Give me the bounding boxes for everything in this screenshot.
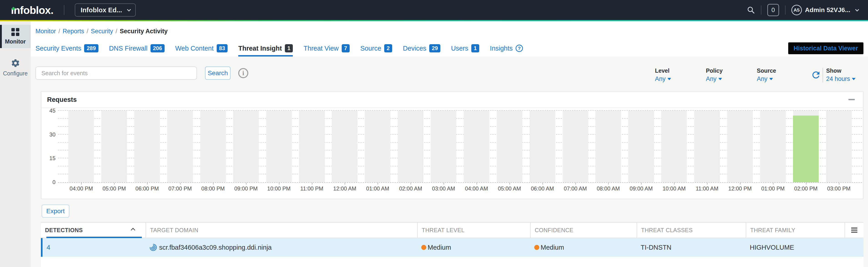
x-tick-label: 06:00 AM bbox=[531, 185, 554, 192]
col-header-threat-family[interactable]: THREAT FAMILY bbox=[746, 222, 845, 238]
show-value-dropdown[interactable]: 24 hours bbox=[826, 75, 856, 82]
y-tick-label: 30 bbox=[41, 131, 56, 138]
tab-insights[interactable]: Insights? bbox=[490, 44, 523, 56]
breadcrumb-link-reports[interactable]: Reports bbox=[63, 28, 84, 35]
y-tick-label: 45 bbox=[41, 108, 56, 114]
x-axis-tick bbox=[806, 183, 806, 185]
logo-text: ınfoblox. bbox=[11, 4, 54, 17]
filter-value-dropdown[interactable]: Any bbox=[655, 75, 706, 82]
col-header-threat-level[interactable]: THREAT LEVEL bbox=[417, 222, 530, 238]
tab-label: Web Content bbox=[175, 45, 214, 52]
x-tick-label: 05:00 AM bbox=[498, 185, 521, 192]
x-axis-tick bbox=[443, 183, 444, 185]
x-axis-tick bbox=[576, 183, 576, 185]
chart-hour-cell: 09:00 PM bbox=[229, 111, 262, 182]
table-row[interactable]: 4scr.fbaf34606a3c09.shopping.ddi.ninjaMe… bbox=[41, 238, 864, 257]
cell-threat-family: HIGHVOLUME bbox=[746, 244, 845, 251]
table-header-row: DETECTIONSTARGET DOMAINTHREAT LEVELCONFI… bbox=[41, 222, 864, 238]
infoblox-logo[interactable]: ınfoblox. bbox=[11, 4, 54, 17]
refresh-icon[interactable] bbox=[811, 70, 821, 80]
x-tick-label: 08:00 AM bbox=[597, 185, 620, 192]
sidebar-item-monitor[interactable]: Monitor bbox=[0, 25, 31, 48]
x-axis-tick bbox=[279, 183, 279, 185]
status-text: Medium bbox=[428, 244, 451, 251]
tab-threat-insight[interactable]: Threat Insight1 bbox=[238, 44, 293, 56]
app-root: ınfoblox. Infoblox Ed... 0 A5 Admin 52VJ… bbox=[0, 0, 868, 267]
gear-icon bbox=[11, 58, 20, 68]
x-axis-tick bbox=[411, 183, 411, 185]
filter-policy: PolicyAny bbox=[706, 68, 757, 82]
export-button[interactable]: Export bbox=[41, 205, 69, 218]
x-axis-tick bbox=[608, 183, 609, 185]
filter-source: SourceAny bbox=[757, 68, 808, 82]
hour-band bbox=[628, 111, 654, 182]
filter-value-dropdown[interactable]: Any bbox=[757, 75, 808, 82]
caret-down-icon bbox=[852, 78, 856, 80]
x-tick-label: 07:00 AM bbox=[564, 185, 587, 192]
hour-band bbox=[200, 111, 226, 182]
tab-users[interactable]: Users1 bbox=[451, 44, 479, 56]
tab-devices[interactable]: Devices29 bbox=[403, 44, 440, 56]
x-axis-tick bbox=[180, 183, 181, 185]
user-name: Admin 52VJ6... bbox=[805, 6, 850, 14]
tab-threat-view[interactable]: Threat View7 bbox=[304, 44, 350, 56]
chart-hour-cell: 11:00 PM bbox=[295, 111, 328, 182]
filter-value-dropdown[interactable]: Any bbox=[706, 75, 757, 82]
search-button[interactable]: Search bbox=[205, 66, 230, 80]
breadcrumb-separator: / bbox=[84, 28, 91, 35]
tab-security-events[interactable]: Security Events289 bbox=[35, 44, 98, 56]
notification-count-badge[interactable]: 0 bbox=[767, 4, 779, 16]
chart-hour-cell: 01:00 PM bbox=[756, 111, 789, 182]
status-text: Medium bbox=[540, 244, 564, 251]
x-tick-label: 10:00 PM bbox=[267, 185, 290, 192]
chart-hour-cell: 06:00 AM bbox=[526, 111, 559, 182]
topbar-divider bbox=[761, 5, 762, 15]
hour-band bbox=[464, 111, 489, 182]
search-input[interactable] bbox=[35, 66, 197, 80]
hour-band bbox=[431, 111, 457, 182]
chart-hour-cell: 10:00 PM bbox=[262, 111, 295, 182]
chart-hour-cell: 06:00 PM bbox=[131, 111, 164, 182]
user-avatar[interactable]: A5 bbox=[792, 5, 802, 15]
breadcrumb-link-monitor[interactable]: Monitor bbox=[35, 28, 56, 35]
chart-hour-cell: 12:00 AM bbox=[328, 111, 361, 182]
edition-selector-button[interactable]: Infoblox Ed... bbox=[75, 3, 136, 17]
active-indicator bbox=[0, 25, 2, 48]
search-icon[interactable] bbox=[747, 6, 755, 14]
tab-dns-firewall[interactable]: DNS Firewall206 bbox=[109, 44, 164, 56]
chart-hour-cell: 01:00 AM bbox=[361, 111, 394, 182]
collapse-panel-icon[interactable] bbox=[848, 99, 855, 100]
col-header-menu bbox=[845, 222, 864, 238]
tab-count-badge: 206 bbox=[151, 44, 164, 52]
x-tick-label: 10:00 AM bbox=[662, 185, 685, 192]
topbar-divider bbox=[785, 5, 785, 15]
sidebar: Monitor Configure bbox=[0, 21, 31, 267]
historical-data-viewer-button[interactable]: Historical Data Viewer bbox=[788, 43, 864, 54]
panel-header: Requests bbox=[41, 91, 863, 108]
tab-web-content[interactable]: Web Content83 bbox=[175, 44, 227, 56]
x-tick-label: 07:00 PM bbox=[168, 185, 192, 192]
col-header-target-domain[interactable]: TARGET DOMAIN bbox=[146, 222, 417, 238]
x-axis-tick bbox=[839, 183, 839, 185]
help-icon[interactable]: ? bbox=[516, 45, 523, 52]
col-header-confidence[interactable]: CONFIDENCE bbox=[530, 222, 637, 238]
chart-hour-cell: 03:00 PM bbox=[822, 111, 855, 182]
x-axis-tick bbox=[378, 183, 378, 185]
hour-band bbox=[793, 111, 819, 182]
chevron-down-icon[interactable] bbox=[855, 7, 859, 11]
tab-source[interactable]: Source2 bbox=[360, 44, 392, 56]
hour-band bbox=[332, 111, 358, 182]
info-icon[interactable]: i bbox=[238, 68, 248, 78]
breadcrumb-link-security[interactable]: Security bbox=[91, 28, 113, 35]
x-axis-tick bbox=[509, 183, 510, 185]
sidebar-item-configure[interactable]: Configure bbox=[0, 55, 31, 80]
x-tick-label: 09:00 AM bbox=[630, 185, 653, 192]
caret-down-icon bbox=[668, 78, 671, 80]
col-header-detections[interactable]: DETECTIONS bbox=[41, 222, 146, 238]
col-header-threat-classes[interactable]: THREAT CLASSES bbox=[637, 222, 746, 238]
tab-label: DNS Firewall bbox=[109, 45, 148, 52]
top-bar: ınfoblox. Infoblox Ed... 0 A5 Admin 52VJ… bbox=[0, 0, 868, 20]
x-axis-tick bbox=[213, 183, 214, 185]
column-label: THREAT FAMILY bbox=[750, 227, 795, 234]
table-menu-icon[interactable] bbox=[851, 228, 857, 233]
